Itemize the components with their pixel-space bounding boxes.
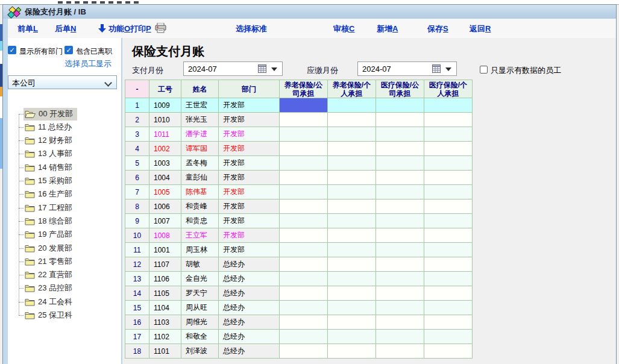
pension-company-cell[interactable] bbox=[280, 171, 328, 185]
row-number-cell[interactable]: 7 bbox=[125, 185, 149, 199]
dept-cell[interactable]: 开发部 bbox=[219, 156, 280, 171]
emp-id-cell[interactable]: 1005 bbox=[149, 185, 181, 199]
dept-cell[interactable]: 开发部 bbox=[219, 243, 280, 257]
emp-name-cell[interactable]: 和敬全 bbox=[181, 330, 219, 344]
emp-name-cell[interactable]: 金自光 bbox=[181, 272, 219, 286]
toolbar-create-button[interactable]: 新增A bbox=[377, 24, 398, 34]
dept-cell[interactable]: 开发部 bbox=[219, 228, 280, 243]
row-number-cell[interactable]: 16 bbox=[125, 315, 149, 330]
pension-personal-cell[interactable] bbox=[328, 257, 376, 272]
medical-personal-cell[interactable] bbox=[424, 185, 473, 199]
pension-personal-cell[interactable] bbox=[328, 142, 376, 156]
medical-company-cell[interactable] bbox=[376, 315, 424, 330]
medical-personal-cell[interactable] bbox=[424, 243, 473, 257]
medical-personal-cell[interactable] bbox=[424, 330, 473, 344]
printer-icon[interactable] bbox=[155, 23, 166, 36]
emp-name-cell[interactable]: 和贵忠 bbox=[181, 214, 219, 228]
emp-id-cell[interactable]: 1107 bbox=[149, 257, 181, 272]
emp-id-cell[interactable]: 1008 bbox=[149, 228, 181, 243]
dept-cell[interactable]: 总经办 bbox=[219, 330, 280, 344]
dept-cell[interactable]: 开发部 bbox=[219, 142, 280, 156]
medical-company-cell[interactable] bbox=[376, 272, 424, 286]
pension-company-cell[interactable] bbox=[280, 243, 328, 257]
row-number-cell[interactable]: 8 bbox=[125, 199, 149, 214]
pension-company-cell[interactable] bbox=[280, 142, 328, 156]
medical-personal-cell[interactable] bbox=[424, 228, 473, 243]
pension-company-cell[interactable] bbox=[280, 330, 328, 344]
row-number-cell[interactable]: 13 bbox=[125, 272, 149, 286]
pension-personal-cell[interactable] bbox=[328, 199, 376, 214]
sidebar-dept-20[interactable]: 20 发展部 bbox=[19, 242, 77, 255]
medical-company-cell[interactable] bbox=[376, 344, 424, 359]
medical-company-cell[interactable] bbox=[376, 286, 424, 301]
toolbar-print-button[interactable]: 打印P bbox=[130, 24, 151, 34]
sidebar-dept-17[interactable]: 17 工程部 bbox=[19, 201, 77, 215]
emp-name-cell[interactable]: 周维光 bbox=[181, 315, 219, 330]
emp-name-cell[interactable]: 谭军国 bbox=[181, 142, 219, 156]
row-number-cell[interactable]: 2 bbox=[125, 113, 149, 127]
medical-company-cell[interactable] bbox=[376, 98, 424, 113]
medical-company-cell[interactable] bbox=[376, 228, 424, 243]
medical-personal-cell[interactable] bbox=[424, 344, 473, 359]
sidebar-dept-24[interactable]: 24 工会科 bbox=[19, 295, 77, 309]
pension-company-cell[interactable] bbox=[280, 315, 328, 330]
only-with-data-checkbox[interactable] bbox=[480, 66, 488, 74]
pension-personal-cell[interactable] bbox=[328, 156, 376, 171]
toolbar-prev-doc-button[interactable]: 前单L bbox=[17, 24, 38, 34]
pension-personal-cell[interactable] bbox=[328, 344, 376, 359]
toolbar-functions-button[interactable]: 功能O bbox=[98, 24, 130, 34]
select-standard-button[interactable]: 选择标准 bbox=[236, 24, 267, 34]
emp-id-cell[interactable]: 1105 bbox=[149, 286, 181, 301]
row-number-cell[interactable]: 5 bbox=[125, 156, 149, 171]
medical-personal-cell[interactable] bbox=[424, 315, 473, 330]
emp-id-cell[interactable]: 1002 bbox=[149, 142, 181, 156]
medical-personal-cell[interactable] bbox=[424, 214, 473, 228]
toolbar-audit-button[interactable]: 审核C bbox=[333, 24, 354, 34]
emp-name-cell[interactable]: 和贵峰 bbox=[181, 199, 219, 214]
dept-cell[interactable]: 总经办 bbox=[219, 344, 280, 359]
row-number-cell[interactable]: 15 bbox=[125, 301, 149, 315]
emp-name-cell[interactable]: 罗天宁 bbox=[181, 286, 219, 301]
pension-personal-cell[interactable] bbox=[328, 243, 376, 257]
sidebar-dept-12[interactable]: 12 财务部 bbox=[19, 134, 77, 148]
pay-month-picker[interactable]: 2024-07 bbox=[183, 61, 283, 76]
sidebar-dept-22[interactable]: 22 直营部 bbox=[19, 269, 77, 282]
emp-name-cell[interactable]: 潘学进 bbox=[181, 127, 219, 142]
emp-name-cell[interactable]: 胡敏 bbox=[181, 257, 219, 272]
pension-company-cell[interactable] bbox=[280, 272, 328, 286]
sidebar-dept-11[interactable]: 11 总经办 bbox=[19, 121, 76, 134]
sidebar-dept-21[interactable]: 21 零售部 bbox=[19, 255, 77, 268]
emp-id-cell[interactable]: 1009 bbox=[149, 98, 181, 113]
emp-id-cell[interactable]: 1106 bbox=[149, 272, 181, 286]
include-resigned-checkbox[interactable]: ✓ bbox=[64, 46, 73, 54]
dept-cell[interactable]: 开发部 bbox=[219, 199, 280, 214]
medical-company-cell[interactable] bbox=[376, 243, 424, 257]
row-number-cell[interactable]: 6 bbox=[125, 171, 149, 185]
medical-company-cell[interactable] bbox=[376, 301, 424, 315]
emp-name-cell[interactable]: 周从旺 bbox=[181, 301, 219, 315]
due-month-picker[interactable]: 2024-07 bbox=[357, 61, 457, 76]
medical-company-cell[interactable] bbox=[376, 127, 424, 142]
dept-cell[interactable]: 开发部 bbox=[219, 214, 280, 228]
row-number-cell[interactable]: 12 bbox=[125, 257, 149, 272]
emp-id-cell[interactable]: 1103 bbox=[149, 315, 181, 330]
dept-cell[interactable]: 总经办 bbox=[219, 286, 280, 301]
emp-id-cell[interactable]: 1001 bbox=[149, 243, 181, 257]
sidebar-dept-00[interactable]: 00 开发部 bbox=[19, 107, 77, 121]
company-dropdown[interactable]: 本公司 bbox=[8, 75, 117, 89]
row-number-cell[interactable]: 10 bbox=[125, 228, 149, 243]
emp-name-cell[interactable]: 王世宏 bbox=[181, 98, 219, 113]
emp-name-cell[interactable]: 周玉林 bbox=[181, 243, 219, 257]
pension-company-cell[interactable] bbox=[280, 156, 328, 171]
pension-personal-cell[interactable] bbox=[328, 330, 376, 344]
dept-cell[interactable]: 开发部 bbox=[219, 171, 280, 185]
pension-company-cell[interactable] bbox=[280, 199, 328, 214]
sidebar-dept-15[interactable]: 15 采购部 bbox=[19, 175, 77, 188]
selected-cell[interactable] bbox=[280, 98, 328, 113]
pension-personal-cell[interactable] bbox=[328, 214, 376, 228]
medical-personal-cell[interactable] bbox=[424, 286, 473, 301]
emp-id-cell[interactable]: 1007 bbox=[149, 214, 181, 228]
dept-cell[interactable]: 总经办 bbox=[219, 315, 280, 330]
toolbar-back-button[interactable]: 返回R bbox=[470, 24, 491, 34]
row-number-cell[interactable]: 1 bbox=[125, 98, 149, 113]
